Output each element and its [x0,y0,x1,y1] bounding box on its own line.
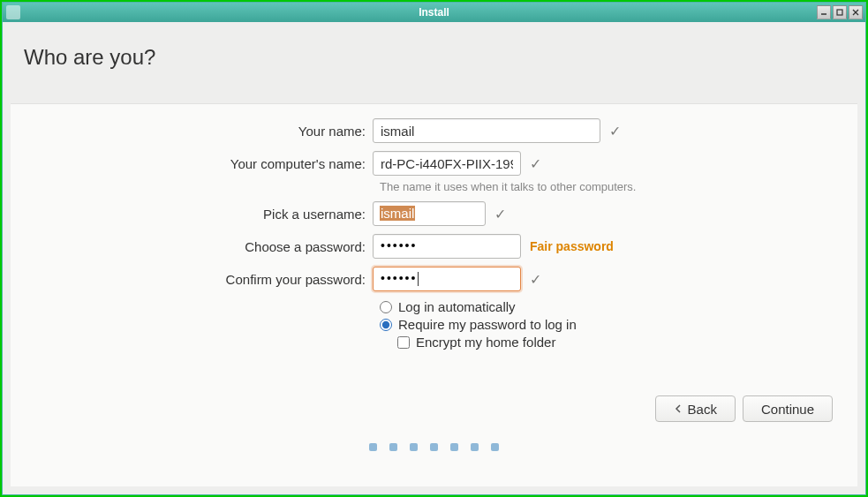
check-icon: ✓ [530,155,541,172]
computer-name-input[interactable] [373,151,521,176]
progress-dot [471,443,479,451]
wizard-nav: Back Continue [655,395,833,422]
row-computer-name: Your computer's name: ✓ [37,151,831,176]
computer-name-hint: The name it uses when it talks to other … [380,180,831,193]
form-panel: Your name: ✓ Your computer's name: ✓ The… [11,103,857,486]
login-options: Log in automatically Require my password… [380,299,831,350]
progress-dot [491,443,499,451]
row-confirm-password: Confirm your password: •••••• ✓ [37,267,831,291]
check-icon: ✓ [530,271,541,288]
checkbox-encrypt-home-label: Encrypt my home folder [416,335,555,350]
back-button[interactable]: Back [655,395,736,422]
page-title: Who are you? [24,45,844,70]
titlebar[interactable]: Install [3,3,865,22]
radio-auto-login[interactable]: Log in automatically [380,299,831,314]
confirm-password-input[interactable] [373,267,521,291]
label-password: Choose a password: [37,239,373,254]
progress-dot [430,443,438,451]
radio-require-password-label: Require my password to log in [398,317,577,332]
username-input[interactable] [373,201,486,226]
close-icon [852,9,859,16]
check-icon: ✓ [494,206,506,222]
minimize-icon [820,9,827,16]
content-area: Who are you? Your name: ✓ Your computer'… [3,22,865,494]
progress-dot [369,443,377,451]
maximize-icon [836,9,843,16]
password-strength: Fair password [530,239,614,253]
label-your-name: Your name: [37,124,373,139]
checkbox-encrypt-home[interactable]: Encrypt my home folder [380,335,831,350]
row-your-name: Your name: ✓ [37,118,831,143]
progress-dot [389,443,397,451]
radio-require-password[interactable]: Require my password to log in [380,317,831,332]
user-form: Your name: ✓ Your computer's name: ✓ The… [11,118,857,352]
svg-rect-1 [837,10,842,15]
radio-auto-login-input[interactable] [380,301,392,313]
progress-dots [11,443,857,451]
window-title: Install [3,6,865,19]
radio-auto-login-label: Log in automatically [398,299,516,314]
maximize-button[interactable] [833,5,847,19]
your-name-input[interactable] [373,118,600,143]
app-icon [6,5,20,19]
chevron-left-icon [674,404,683,413]
progress-dot [410,443,418,451]
progress-dot [450,443,458,451]
label-username: Pick a username: [37,207,373,222]
minimize-button[interactable] [817,5,831,19]
label-confirm: Confirm your password: [37,272,373,287]
password-input[interactable] [373,234,521,259]
check-icon: ✓ [609,123,621,139]
install-window: Install Who are you? Your name: [2,2,866,495]
checkbox-encrypt-home-input[interactable] [397,336,410,349]
window-controls [817,5,863,19]
label-computer-name: Your computer's name: [37,156,373,171]
row-username: Pick a username: ismail ✓ [37,201,831,226]
radio-require-password-input[interactable] [380,319,392,331]
back-button-label: Back [688,402,717,417]
row-password: Choose a password: •••••• Fair password [37,234,831,259]
continue-button-label: Continue [761,402,814,417]
continue-button[interactable]: Continue [743,395,833,422]
close-button[interactable] [849,5,863,19]
